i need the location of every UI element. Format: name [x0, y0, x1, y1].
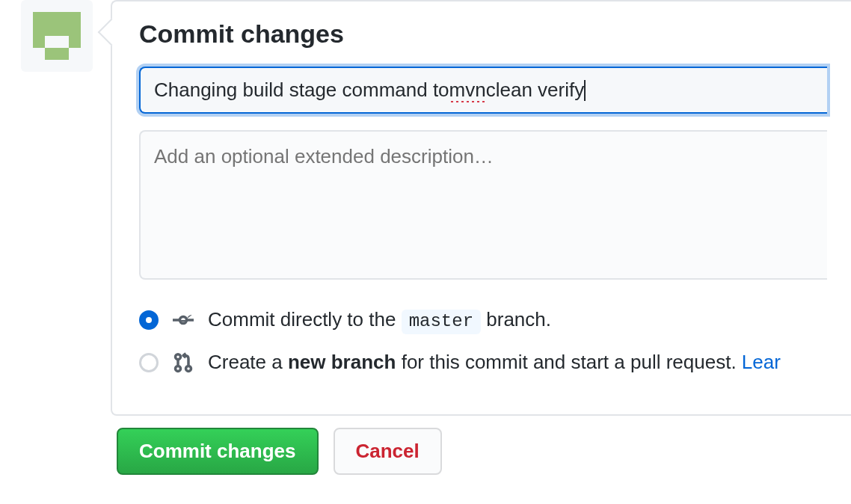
svg-rect-5: [33, 24, 45, 36]
svg-rect-6: [45, 24, 57, 36]
svg-rect-9: [33, 36, 45, 48]
svg-rect-7: [57, 24, 69, 36]
git-pull-request-icon: [172, 351, 194, 374]
svg-rect-3: [57, 12, 69, 24]
avatar: [21, 0, 93, 72]
svg-rect-10: [69, 36, 81, 48]
commit-message-text-pre: Changing build stage command to: [154, 79, 449, 102]
commit-option-new-branch-label: Create a new branch for this commit and …: [208, 351, 781, 374]
commit-option-direct-label: Commit directly to the master branch.: [208, 308, 551, 331]
commit-description-textarea[interactable]: [139, 130, 827, 280]
commit-option-new-branch[interactable]: Create a new branch for this commit and …: [139, 351, 827, 374]
commit-message-text-spell: mvn: [449, 79, 486, 102]
learn-more-link[interactable]: Lear: [742, 351, 781, 373]
svg-rect-12: [57, 48, 69, 60]
footer-actions: Commit changes Cancel: [0, 416, 851, 475]
identicon-icon: [28, 7, 85, 64]
commit-changes-button[interactable]: Commit changes: [117, 428, 319, 475]
svg-point-18: [186, 366, 191, 371]
commit-panel: Commit changes Changing build stage comm…: [111, 0, 851, 416]
cancel-button[interactable]: Cancel: [334, 428, 442, 475]
svg-rect-11: [45, 48, 57, 60]
text-cursor: [584, 80, 586, 101]
radio-new-branch[interactable]: [139, 353, 159, 372]
panel-title: Commit changes: [139, 19, 827, 49]
commit-message-text-post: clean verify: [486, 79, 585, 102]
svg-rect-1: [33, 12, 45, 24]
radio-direct[interactable]: [139, 310, 159, 330]
git-commit-icon: [172, 309, 194, 331]
svg-rect-8: [69, 24, 81, 36]
commit-option-direct[interactable]: Commit directly to the master branch.: [139, 308, 827, 331]
svg-point-16: [176, 354, 181, 359]
svg-point-17: [176, 366, 181, 371]
svg-rect-2: [45, 12, 57, 24]
svg-rect-4: [69, 12, 81, 24]
commit-message-input[interactable]: Changing build stage command to mvn clea…: [139, 67, 827, 114]
branch-chip: master: [402, 310, 481, 334]
